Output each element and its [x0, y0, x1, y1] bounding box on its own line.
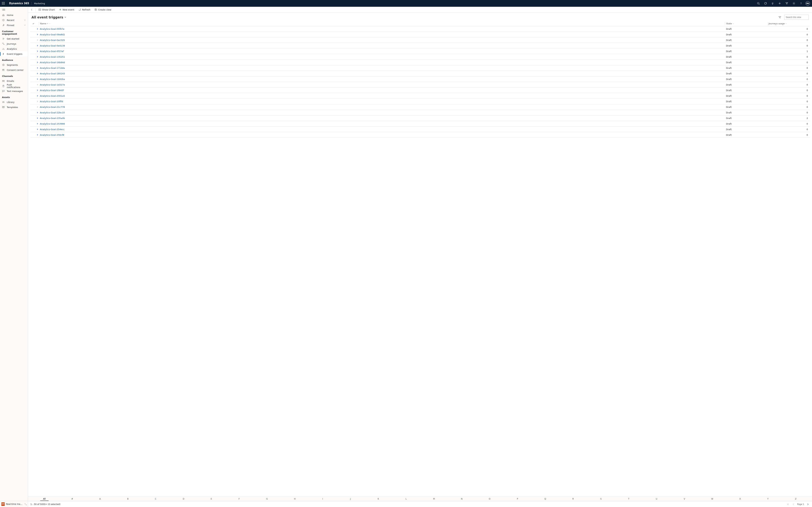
target-icon[interactable]	[762, 0, 769, 7]
refresh-button[interactable]: Refresh	[77, 7, 92, 12]
nav-item-event-triggers[interactable]: Event triggers	[0, 51, 28, 56]
alpha-jump-n[interactable]: N	[448, 497, 476, 501]
alpha-jump-f[interactable]: F	[225, 497, 253, 501]
gear-icon[interactable]	[791, 0, 797, 7]
table-row[interactable]: Analytics-Goal-1f840f Draft 0	[31, 88, 810, 93]
col-header-journeys-usage[interactable]: Journeys usage	[767, 22, 810, 25]
search-box[interactable]	[784, 15, 809, 20]
alpha-jump-r[interactable]: R	[559, 497, 587, 501]
select-all-toggle[interactable]	[31, 23, 36, 25]
alpha-jump-o[interactable]: O	[476, 497, 504, 501]
row-name-link[interactable]: Analytics-Goal-135251	[39, 56, 725, 58]
alpha-jump-all[interactable]: All	[31, 497, 58, 501]
row-name-link[interactable]: Analytics-Goal-0f37ef	[39, 50, 725, 53]
alpha-jump-x[interactable]: X	[726, 497, 754, 501]
alpha-jump-#[interactable]: #	[58, 497, 86, 501]
row-name-link[interactable]: Analytics-Goal-253986	[39, 122, 725, 125]
row-name-link[interactable]: Analytics-Goal-05f97e	[39, 28, 725, 30]
alpha-jump-t[interactable]: T	[615, 497, 643, 501]
nav-item-emails[interactable]: Emails	[0, 78, 28, 83]
plus-icon[interactable]	[776, 0, 783, 7]
alpha-jump-q[interactable]: Q	[531, 497, 559, 501]
alpha-jump-v[interactable]: V	[671, 497, 699, 501]
alpha-jump-l[interactable]: L	[392, 497, 420, 501]
alpha-jump-e[interactable]: E	[197, 497, 225, 501]
alpha-jump-h[interactable]: H	[281, 497, 309, 501]
table-row[interactable]: Analytics-Goal-1b92ba Draft 0	[31, 76, 810, 82]
row-name-link[interactable]: Analytics-Goal-21c778	[39, 106, 725, 108]
alpha-jump-m[interactable]: M	[420, 497, 448, 501]
nav-item-push-notifications[interactable]: Push notifications	[0, 83, 28, 89]
table-row[interactable]: Analytics-Goal-20fffd Draft 0	[31, 99, 810, 104]
table-row[interactable]: Analytics-Goal-235a0b Draft 2	[31, 115, 810, 121]
first-page-button[interactable]	[786, 502, 790, 506]
row-name-link[interactable]: Analytics-Goal-171dda	[39, 67, 725, 69]
row-name-link[interactable]: Analytics-Goal-16b94d	[39, 61, 725, 64]
nav-item-text-messages[interactable]: Text messages	[0, 89, 28, 94]
nav-item-get-started[interactable]: Get started	[0, 36, 28, 41]
table-row[interactable]: Analytics-Goal-21c778 Draft 0	[31, 104, 810, 110]
funnel-icon[interactable]	[783, 0, 790, 7]
nav-item-home[interactable]: Home	[0, 12, 28, 17]
app-launcher-button[interactable]	[0, 0, 7, 7]
row-name-link[interactable]: Analytics-Goal-254ecc	[39, 128, 725, 131]
alpha-jump-y[interactable]: Y	[754, 497, 782, 501]
search-input[interactable]	[785, 16, 812, 18]
nav-item-library[interactable]: Library	[0, 100, 28, 105]
row-name-link[interactable]: Analytics-Goal-256cf8	[39, 134, 725, 136]
row-name-link[interactable]: Analytics-Goal-0e4139	[39, 45, 725, 47]
nav-item-analytics[interactable]: Analytics	[0, 46, 28, 51]
row-name-link[interactable]: Analytics-Goal-2001a5	[39, 95, 725, 97]
table-row[interactable]: Analytics-Goal-253986 Draft 0	[31, 121, 810, 126]
alpha-jump-p[interactable]: P	[504, 497, 531, 501]
alpha-jump-u[interactable]: U	[643, 497, 671, 501]
alpha-jump-w[interactable]: W	[698, 497, 726, 501]
nav-item-consent-center[interactable]: Consent center	[0, 67, 28, 72]
alpha-jump-z[interactable]: Z	[782, 497, 810, 501]
alpha-jump-g[interactable]: G	[253, 497, 281, 501]
table-row[interactable]: Analytics-Goal-09a8d2 Draft 0	[31, 32, 810, 37]
table-row[interactable]: Analytics-Goal-171dda Draft 0	[31, 65, 810, 71]
help-icon[interactable]	[798, 0, 804, 7]
row-name-link[interactable]: Analytics-Goal-235a0b	[39, 117, 725, 119]
nav-item-segments[interactable]: Segments	[0, 62, 28, 67]
table-row[interactable]: Analytics-Goal-0e4139 Draft 0	[31, 43, 810, 49]
col-header-name[interactable]: Name ↑	[39, 22, 725, 25]
alpha-jump-a[interactable]: A	[86, 497, 114, 501]
alpha-jump-i[interactable]: I	[309, 497, 337, 501]
row-name-link[interactable]: Analytics-Goal-0ac029	[39, 39, 725, 41]
table-row[interactable]: Analytics-Goal-180243 Draft 0	[31, 71, 810, 76]
filter-button[interactable]	[777, 15, 782, 19]
user-avatar[interactable]: NU	[806, 1, 810, 6]
alpha-jump-j[interactable]: J	[337, 497, 364, 501]
create-view-button[interactable]: Create view	[93, 7, 113, 12]
row-name-link[interactable]: Analytics-Goal-1f840f	[39, 89, 725, 92]
row-name-link[interactable]: Analytics-Goal-1b92ba	[39, 78, 725, 80]
table-row[interactable]: Analytics-Goal-2001a5 Draft 0	[31, 93, 810, 99]
search-icon[interactable]	[755, 0, 762, 7]
nav-item-journeys[interactable]: Journeys	[0, 41, 28, 46]
view-selector[interactable]: All event triggers	[32, 15, 66, 19]
next-page-button[interactable]	[806, 502, 810, 506]
alpha-jump-k[interactable]: K	[364, 497, 392, 501]
prev-page-button[interactable]	[792, 502, 796, 506]
alpha-jump-c[interactable]: C	[142, 497, 170, 501]
table-row[interactable]: Analytics-Goal-0ac029 Draft 0	[31, 37, 810, 43]
col-header-state[interactable]: State	[725, 22, 767, 25]
table-row[interactable]: Analytics-Goal-05f97e Draft 0	[31, 26, 810, 32]
table-row[interactable]: Analytics-Goal-22bc10 Draft 0	[31, 110, 810, 115]
nav-item-recent[interactable]: Recent	[0, 17, 28, 23]
table-row[interactable]: Analytics-Goal-135251 Draft 0	[31, 54, 810, 60]
table-row[interactable]: Analytics-Goal-1d327e Draft 0	[31, 82, 810, 88]
row-name-link[interactable]: Analytics-Goal-20fffd	[39, 100, 725, 103]
table-row[interactable]: Analytics-Goal-16b94d Draft 0	[31, 60, 810, 65]
table-row[interactable]: Analytics-Goal-254ecc Draft 0	[31, 126, 810, 132]
new-event-button[interactable]: New event	[57, 7, 76, 12]
row-name-link[interactable]: Analytics-Goal-22bc10	[39, 111, 725, 114]
nav-item-pinned[interactable]: Pinned	[0, 23, 28, 28]
alpha-jump-s[interactable]: S	[587, 497, 615, 501]
area-switcher[interactable]: RM Real-time marketi...	[0, 501, 28, 507]
collapse-nav-button[interactable]	[0, 7, 28, 12]
alpha-jump-d[interactable]: D	[170, 497, 198, 501]
table-row[interactable]: Analytics-Goal-0f37ef Draft 1	[31, 49, 810, 54]
